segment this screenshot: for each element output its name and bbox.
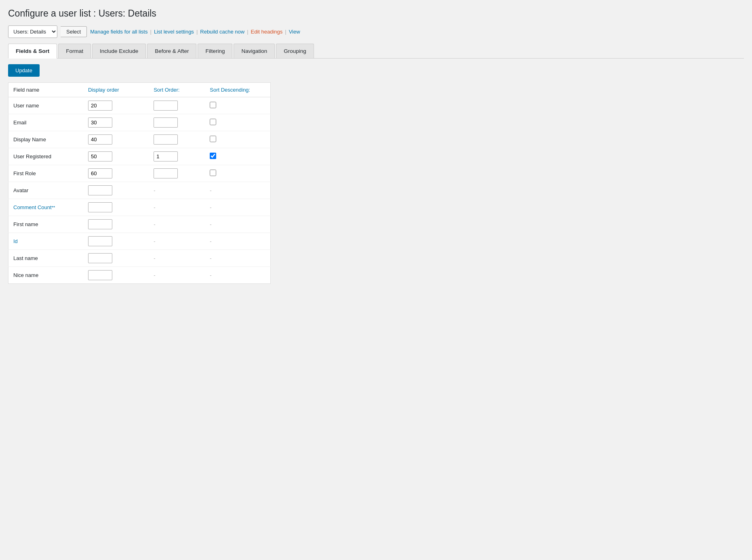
sort-desc-checkbox[interactable]: [210, 153, 216, 159]
sort-order-input[interactable]: [154, 134, 178, 145]
display-order-input[interactable]: [88, 253, 112, 263]
sort-desc-cell[interactable]: [205, 114, 270, 131]
display-order-cell[interactable]: [83, 165, 149, 182]
display-order-cell[interactable]: [83, 233, 149, 250]
sort-order-dash: -: [149, 233, 205, 250]
display-order-cell[interactable]: [83, 250, 149, 267]
field-name-cell: Comment Count**: [8, 199, 83, 216]
rebuild-cache-link[interactable]: Rebuild cache now: [200, 29, 244, 35]
sort-order-dash: -: [149, 267, 205, 284]
sort-order-cell[interactable]: [149, 165, 205, 182]
display-order-input[interactable]: [88, 236, 112, 246]
display-order-input[interactable]: [88, 202, 112, 212]
sort-order-cell[interactable]: [149, 148, 205, 165]
sort-desc-cell[interactable]: [205, 165, 270, 182]
table-row: First name - -: [8, 216, 271, 233]
display-order-input[interactable]: [88, 168, 112, 178]
display-order-input[interactable]: [88, 185, 112, 195]
display-order-cell[interactable]: [83, 97, 149, 114]
sort-order-cell[interactable]: [149, 97, 205, 114]
sort-order-dash: -: [149, 250, 205, 267]
manage-fields-link[interactable]: Manage fields for all lists: [90, 29, 147, 35]
update-button[interactable]: Update: [8, 64, 40, 77]
sort-desc-checkbox[interactable]: [210, 102, 216, 108]
sort-order-input[interactable]: [154, 101, 178, 111]
tab-before-after[interactable]: Before & After: [147, 44, 196, 58]
star-marker: **: [52, 205, 55, 210]
sort-order-dash: -: [149, 182, 205, 199]
field-name-cell: Last name: [8, 250, 83, 267]
tab-grouping[interactable]: Grouping: [276, 44, 314, 58]
display-order-cell[interactable]: [83, 114, 149, 131]
field-name-cell: First name: [8, 216, 83, 233]
sort-desc-checkbox[interactable]: [210, 170, 216, 176]
sort-desc-checkbox[interactable]: [210, 119, 216, 125]
col-header-field: Field name: [8, 83, 83, 97]
display-order-cell[interactable]: [83, 267, 149, 284]
table-row: Nice name - -: [8, 267, 271, 284]
display-order-input[interactable]: [88, 101, 112, 111]
field-name-cell: User Registered: [8, 148, 83, 165]
table-row: Comment Count** - -: [8, 199, 271, 216]
display-order-input[interactable]: [88, 151, 112, 161]
col-header-display: Display order: [83, 83, 149, 97]
display-order-cell[interactable]: [83, 199, 149, 216]
display-order-input[interactable]: [88, 270, 112, 280]
sort-desc-dash: -: [205, 199, 270, 216]
sort-desc-dash: -: [205, 233, 270, 250]
table-row: Display Name: [8, 131, 271, 148]
tab-navigation[interactable]: Navigation: [234, 44, 275, 58]
sort-desc-dash: -: [205, 267, 270, 284]
list-selector[interactable]: Users: Details: [8, 25, 57, 38]
field-name-cell: Nice name: [8, 267, 83, 284]
view-link[interactable]: View: [289, 29, 300, 35]
sort-order-dash: -: [149, 199, 205, 216]
sort-desc-cell[interactable]: [205, 148, 270, 165]
field-name-cell: Avatar: [8, 182, 83, 199]
sort-order-input[interactable]: [154, 117, 178, 128]
sep2: |: [196, 29, 198, 35]
sep1: |: [150, 29, 151, 35]
list-level-link[interactable]: List level settings: [154, 29, 194, 35]
list-dropdown[interactable]: Users: Details: [8, 26, 57, 38]
field-name-cell: First Role: [8, 165, 83, 182]
col-header-desc: Sort Descending:: [205, 83, 270, 97]
display-order-cell[interactable]: [83, 131, 149, 148]
tab-fields-sort[interactable]: Fields & Sort: [8, 44, 57, 59]
table-row: Avatar - -: [8, 182, 271, 199]
display-order-cell[interactable]: [83, 148, 149, 165]
tab-filtering[interactable]: Filtering: [198, 44, 232, 58]
col-header-sort: Sort Order:: [149, 83, 205, 97]
display-order-cell[interactable]: [83, 216, 149, 233]
sort-order-input[interactable]: [154, 168, 178, 178]
table-row: Email: [8, 114, 271, 131]
sort-order-dash: -: [149, 216, 205, 233]
sep4: |: [285, 29, 286, 35]
display-order-input[interactable]: [88, 219, 112, 229]
tab-format[interactable]: Format: [58, 44, 91, 58]
sort-order-cell[interactable]: [149, 114, 205, 131]
id-link[interactable]: Id: [13, 238, 18, 244]
display-order-cell[interactable]: [83, 182, 149, 199]
fields-table: Field name Display order Sort Order: Sor…: [8, 82, 271, 284]
sort-order-input[interactable]: [154, 151, 178, 161]
table-row: User name: [8, 97, 271, 114]
field-name-cell: Email: [8, 114, 83, 131]
table-row: Last name - -: [8, 250, 271, 267]
tab-include-exclude[interactable]: Include Exclude: [92, 44, 146, 58]
sort-desc-cell[interactable]: [205, 97, 270, 114]
sort-desc-dash: -: [205, 250, 270, 267]
display-order-input[interactable]: [88, 134, 112, 145]
edit-headings-link[interactable]: Edit headings: [251, 29, 283, 35]
field-name-cell: User name: [8, 97, 83, 114]
sort-order-cell[interactable]: [149, 131, 205, 148]
tabs-container: Fields & Sort Format Include Exclude Bef…: [8, 44, 744, 59]
sort-desc-dash: -: [205, 216, 270, 233]
sort-desc-cell[interactable]: [205, 131, 270, 148]
sort-desc-checkbox[interactable]: [210, 136, 216, 142]
display-order-input[interactable]: [88, 117, 112, 128]
toolbar: Users: Details Select Manage fields for …: [8, 25, 744, 38]
comment-count-link[interactable]: Comment Count**: [13, 204, 55, 210]
toolbar-links: Manage fields for all lists | List level…: [90, 29, 300, 35]
select-button[interactable]: Select: [61, 26, 87, 37]
